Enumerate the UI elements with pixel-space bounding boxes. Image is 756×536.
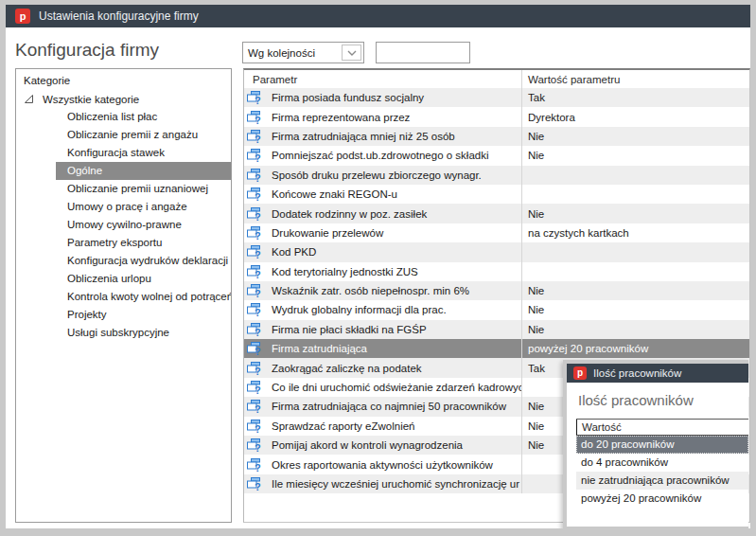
param-row[interactable]: ?Wydruk globalny informacji dla prac.Nie (244, 300, 749, 319)
category-item[interactable]: Konfiguracja stawek (56, 144, 231, 162)
param-label: Kod PKD (272, 246, 316, 258)
param-row[interactable]: ?Drukowanie przelewówna czystych kartkac… (244, 223, 749, 242)
category-item[interactable]: Umowy cywilno-prawne (56, 216, 231, 234)
popup-body: Ilość pracowników Wartość do 20 pracowni… (567, 383, 748, 527)
param-cell: ?Firma posiada fundusz socjalny (244, 88, 521, 107)
category-item[interactable]: Projekty (56, 306, 231, 324)
categories-tree: Obliczenia list płacObliczanie premii z … (16, 108, 231, 342)
category-item[interactable]: Obliczanie premii z angażu (56, 126, 231, 144)
param-label: Wskaźnik zatr. osób niepełnospr. min 6% (272, 285, 469, 296)
category-item[interactable]: Parametry eksportu (56, 234, 231, 252)
svg-text:?: ? (255, 191, 261, 202)
category-item[interactable]: Obliczanie premii uznaniowej (56, 180, 231, 198)
param-label: Firma posiada fundusz socjalny (272, 92, 424, 103)
param-row[interactable]: ?Końcowe znaki REGON-u (244, 185, 749, 204)
param-value (521, 185, 749, 204)
param-value: na czystych kartkach (521, 223, 749, 242)
popup-option[interactable]: do 20 pracowników (576, 436, 748, 454)
param-value: Nie (521, 127, 749, 146)
category-item[interactable]: Usługi subskrypcyjne (56, 324, 231, 342)
svg-text:?: ? (255, 423, 261, 434)
parameter-icon: ? (246, 244, 261, 259)
param-row[interactable]: ?Wskaźnik zatr. osób niepełnospr. min 6%… (244, 281, 749, 300)
category-root-item[interactable]: Wszystkie kategorie (16, 90, 231, 108)
popup-option[interactable]: powyżej 20 pracowników (576, 490, 748, 508)
param-value: Nie (521, 320, 749, 339)
param-value: Nie (521, 204, 749, 223)
param-row[interactable]: ?Pomniejszać podst.ub.zdrowotnego o skła… (244, 146, 749, 165)
param-row[interactable]: ?Kod terytorialny jednostki ZUS (244, 262, 749, 281)
param-value (521, 262, 749, 281)
param-cell: ?Wydruk globalny informacji dla prac. (244, 300, 521, 319)
popup-titlebar[interactable]: p Ilość pracowników (567, 364, 748, 383)
parameter-icon: ? (246, 380, 261, 395)
svg-text:?: ? (255, 481, 261, 491)
category-item[interactable]: Konfiguracja wydruków deklaracji (56, 252, 231, 270)
param-cell: ?Co ile dni uruchomić odświeżanie zdarze… (244, 378, 521, 397)
parameter-icon: ? (246, 148, 261, 163)
column-header-parametr[interactable]: Parametr (244, 74, 521, 85)
param-value: Nie (521, 146, 749, 165)
param-label: Kod terytorialny jednostki ZUS (272, 266, 418, 277)
popup-option[interactable]: nie zatrudniająca pracowników (576, 472, 748, 490)
category-root-label: Wszystkie kategorie (43, 94, 139, 105)
parameter-icon: ? (246, 168, 261, 183)
param-row[interactable]: ?Sposób druku przelewu zbiorczego wynagr… (244, 166, 749, 185)
param-label: Firma zatrudniająca co najmniej 50 praco… (272, 401, 506, 412)
param-cell: ?Kod PKD (244, 242, 521, 261)
param-value: Dyrektora (521, 107, 749, 126)
svg-text:?: ? (255, 269, 261, 279)
parameter-icon: ? (246, 476, 261, 491)
popup-window: p Ilość pracowników Ilość pracowników Wa… (563, 360, 748, 528)
param-cell: ?Sprawdzać raporty eZwolnień (244, 417, 521, 436)
parameter-icon: ? (246, 322, 261, 337)
svg-text:?: ? (255, 366, 261, 376)
param-value (521, 166, 749, 185)
popup-column-header[interactable]: Wartość (576, 420, 748, 436)
svg-text:?: ? (255, 249, 261, 259)
svg-text:?: ? (255, 152, 261, 163)
param-value: Nie (521, 281, 749, 300)
app-logo-icon: p (15, 9, 30, 24)
table-header-row: Parametr Wartość parametru (244, 70, 749, 88)
parameter-icon: ? (246, 361, 261, 376)
svg-text:?: ? (255, 327, 261, 337)
param-label: Pomniejszać podst.ub.zdrowotnego o skład… (272, 150, 489, 161)
param-row[interactable]: ?Kod PKD (244, 242, 749, 261)
category-item[interactable]: Ogólne (56, 162, 231, 180)
param-label: Firma nie płaci składki na FGŚP (272, 324, 427, 335)
param-row[interactable]: ?Dodatek rodzinny w poz. zasiłekNie (244, 204, 749, 223)
popup-heading: Ilość pracowników (578, 392, 694, 408)
window-titlebar[interactable]: p Ustawienia konfiguracyjne firmy (6, 5, 750, 27)
category-item[interactable]: Umowy o pracę i angaże (56, 198, 231, 216)
param-label: Pomijaj akord w kontroli wynagrodzenia (272, 439, 463, 451)
category-item[interactable]: Obliczenia list płac (56, 108, 231, 126)
param-row[interactable]: ?Firma zatrudniająca mniej niż 25 osóbNi… (244, 127, 749, 146)
filter-input[interactable] (376, 42, 470, 63)
param-cell: ?Drukowanie przelewów (244, 223, 521, 242)
param-row[interactable]: ?Firma reprezentowana przezDyrektora (244, 107, 749, 126)
chevron-down-icon[interactable] (342, 45, 361, 61)
param-row[interactable]: ?Firma posiada fundusz socjalnyTak (244, 88, 749, 107)
param-cell: ?Firma reprezentowana przez (244, 107, 521, 126)
popup-options: do 20 pracownikówdo 4 pracownikównie zat… (576, 436, 748, 508)
category-item[interactable]: Obliczenia urlopu (56, 270, 231, 288)
sort-order-dropdown[interactable]: Wg kolejności (242, 42, 364, 63)
parameter-icon: ? (246, 341, 261, 356)
svg-text:?: ? (255, 134, 261, 144)
parameter-icon: ? (246, 438, 261, 453)
param-row[interactable]: ?Firma zatrudniającapowyżej 20 pracownik… (244, 339, 749, 358)
param-cell: ?Pomniejszać podst.ub.zdrowotnego o skła… (244, 146, 521, 165)
page-title: Konfiguracja firmy (15, 40, 159, 61)
param-cell: ?Zaokrągać zaliczkę na podatek (244, 358, 521, 377)
param-label: Firma reprezentowana przez (272, 112, 410, 123)
popup-title: Ilość pracowników (593, 367, 681, 379)
param-cell: ?Firma nie płaci składki na FGŚP (244, 320, 521, 339)
param-label: Sposób druku przelewu zbiorczego wynagr. (272, 170, 482, 181)
param-row[interactable]: ?Firma nie płaci składki na FGŚPNie (244, 320, 749, 339)
column-header-wartosc[interactable]: Wartość parametru (521, 70, 749, 88)
category-item[interactable]: Kontrola kwoty wolnej od potrąceń (56, 288, 231, 306)
param-cell: ?Firma zatrudniająca co najmniej 50 prac… (244, 397, 521, 416)
popup-option[interactable]: do 4 pracowników (576, 454, 748, 472)
expand-triangle-icon[interactable] (24, 94, 34, 104)
